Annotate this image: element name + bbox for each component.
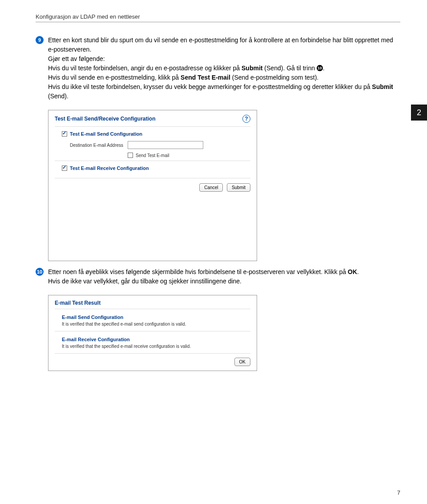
step-9-text-2: Gjør ett av følgende:	[48, 54, 400, 64]
send-test-email-row[interactable]: Send Test E-mail	[128, 153, 250, 158]
receive-config-text: It is verified that the specified e-mail…	[62, 344, 250, 349]
step-10-text-1: Etter noen få øyeblikk vises følgende sk…	[48, 267, 400, 277]
checkbox-send-test[interactable]	[128, 153, 133, 158]
chapter-tab: 2	[411, 105, 427, 121]
dest-email-input[interactable]	[128, 141, 203, 149]
step-9-text-4: Hvis du vil sende en e-posttestmelding, …	[48, 73, 400, 82]
cancel-button[interactable]: Cancel	[199, 183, 223, 192]
receive-config-title: E-mail Receive Configuration	[62, 337, 250, 342]
step-number-badge: 9	[36, 36, 44, 44]
checkbox-send-config[interactable]	[62, 131, 67, 137]
submit-button[interactable]: Submit	[227, 183, 250, 192]
checkbox-receive-config[interactable]	[62, 165, 67, 171]
step-10-text-2: Hvis de ikke var vellykket, går du tilba…	[48, 277, 400, 286]
test-receive-config-row[interactable]: Test E-mail Receive Configuration	[62, 165, 250, 171]
step-10: 10 Etter noen få øyeblikk vises følgende…	[36, 267, 400, 286]
test-send-config-row[interactable]: Test E-mail Send Configuration	[62, 131, 250, 137]
header-rule	[36, 22, 400, 22]
step-9-text-3: Hvis du vil teste forbindelsen, angir du…	[48, 64, 400, 73]
dest-email-label: Destination E-mail Address	[70, 143, 128, 148]
page-header-title: Konfigurasjon av LDAP med en nettleser	[36, 13, 400, 20]
page-number: 7	[397, 489, 400, 496]
screenshot-test-email-config: Test E-mail Send/Receive Configuration ?…	[48, 110, 257, 261]
step-9: 9 Etter en kort stund blir du spurt om d…	[36, 36, 400, 101]
dialog-title: E-mail Test Result	[48, 295, 257, 309]
step-9-text-1: Etter en kort stund blir du spurt om du …	[48, 36, 400, 54]
step-number-badge: 10	[36, 268, 44, 276]
ok-button[interactable]: OK	[234, 358, 250, 366]
step-9-body: Etter en kort stund blir du spurt om du …	[48, 36, 400, 101]
inline-step-ref: 10	[317, 65, 323, 71]
step-9-text-5: Hvis du ikke vil teste forbindelsen, kry…	[48, 82, 400, 101]
screenshot-email-test-result: E-mail Test Result E-mail Send Configura…	[48, 295, 257, 371]
send-config-text: It is verified that the specified e-mail…	[62, 322, 250, 327]
dialog-title: Test E-mail Send/Receive Configuration	[55, 116, 156, 122]
help-icon[interactable]: ?	[242, 115, 250, 123]
checkbox-receive-config-label: Test E-mail Receive Configuration	[70, 165, 149, 171]
step-10-body: Etter noen få øyeblikk vises følgende sk…	[48, 267, 400, 286]
send-config-title: E-mail Send Configuration	[62, 314, 250, 320]
checkbox-send-config-label: Test E-mail Send Configuration	[70, 131, 142, 137]
checkbox-send-test-label: Send Test E-mail	[136, 153, 169, 158]
